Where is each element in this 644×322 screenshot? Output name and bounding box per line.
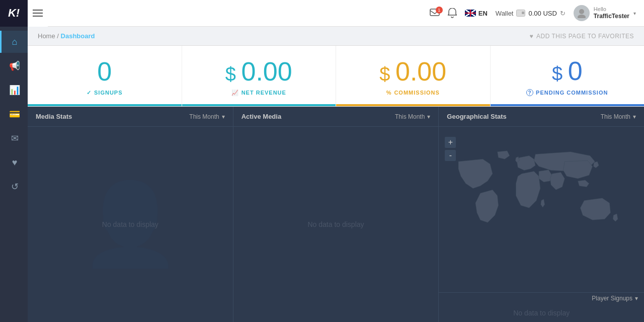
- active-filter-arrow-icon: ▾: [427, 113, 430, 120]
- trending-icon: 📈: [231, 90, 239, 96]
- wallet-area: Wallet 0.00 USD ↻: [496, 10, 566, 17]
- user-dropdown-arrow[interactable]: ▾: [633, 11, 636, 16]
- message-badge: 1: [436, 7, 443, 14]
- active-media-no-data: No data to display: [307, 220, 364, 228]
- active-media-body: No data to display: [233, 127, 439, 322]
- wallet-label: Wallet: [496, 10, 514, 17]
- svg-point-3: [579, 9, 584, 14]
- language-selector[interactable]: EN: [465, 10, 488, 17]
- messages-button[interactable]: 1: [430, 9, 440, 18]
- breadcrumb-bar: Home / Dashboard ♥ ADD THIS PAGE TO FAVO…: [28, 27, 644, 46]
- panel-media-stats: Media Stats This Month ▾ 👤 No data to di…: [28, 107, 233, 322]
- net-revenue-label: 📈 NET REVENUE: [231, 90, 286, 96]
- stat-card-pending: $ 0 ? PENDING COMMISSION: [491, 46, 645, 106]
- signups-value: 0: [97, 58, 112, 85]
- chart-icon: 📊: [9, 85, 20, 96]
- map-zoom-out-button[interactable]: -: [445, 150, 456, 161]
- map-container: + -: [439, 127, 644, 292]
- geo-stats-title: Geographical Stats: [447, 113, 506, 120]
- breadcrumb-home[interactable]: Home: [38, 32, 55, 40]
- svg-rect-2: [522, 12, 524, 14]
- panel-geo-stats: Geographical Stats This Month ▾ + -: [439, 107, 644, 322]
- active-media-title: Active Media: [242, 113, 281, 120]
- wallet-icon: [516, 10, 525, 17]
- bell-icon: [448, 8, 457, 18]
- nav-right: 1 EN Wallet 0.00 USD ↻: [430, 5, 644, 21]
- sidebar: ⌂ 📢 📊 💳 ✉ ♥ ↺: [0, 27, 28, 322]
- geo-stats-body: + -: [439, 127, 644, 322]
- net-revenue-value: $ 0.00: [225, 58, 292, 85]
- signups-divider: [28, 104, 182, 106]
- hamburger-button[interactable]: [28, 0, 48, 27]
- add-favorites-button[interactable]: ♥ ADD THIS PAGE TO FAVORITES: [529, 33, 634, 40]
- refresh-button[interactable]: ↻: [560, 10, 566, 17]
- home-icon: ⌂: [12, 37, 18, 47]
- stats-row: 0 ✓ SIGNUPS $ 0.00 📈 NET REVENUE: [28, 46, 644, 107]
- sidebar-item-favorites[interactable]: ♥: [0, 151, 28, 174]
- sidebar-item-history[interactable]: ↺: [0, 176, 28, 198]
- logo-area: K!: [0, 0, 28, 27]
- sidebar-item-stats[interactable]: 📊: [0, 79, 28, 101]
- stat-card-commissions: $ 0.00 % COMMISSIONS: [336, 46, 491, 106]
- sidebar-item-billing[interactable]: 💳: [0, 103, 28, 125]
- signups-label: ✓ SIGNUPS: [87, 90, 123, 96]
- active-media-header: Active Media This Month ▾: [233, 107, 439, 127]
- geo-stats-filter[interactable]: This Month ▾: [601, 113, 636, 120]
- world-map: [444, 147, 639, 245]
- sidebar-item-home[interactable]: ⌂: [0, 31, 28, 53]
- mail-icon: ✉: [11, 133, 19, 144]
- panel-active-media: Active Media This Month ▾ No data to dis…: [233, 107, 439, 322]
- media-stats-header: Media Stats This Month ▾: [28, 107, 233, 127]
- pending-label: ? PENDING COMMISSION: [526, 89, 608, 96]
- commissions-divider: [336, 104, 490, 106]
- active-media-filter[interactable]: This Month ▾: [395, 113, 430, 120]
- media-stats-body: 👤 No data to display: [28, 127, 233, 322]
- flag-icon: [465, 10, 476, 17]
- language-label: EN: [478, 10, 488, 17]
- geo-filter-arrow-icon: ▾: [633, 113, 636, 120]
- geo-sub-filter[interactable]: Player Signups ▾: [439, 292, 644, 304]
- wallet-amount: 0.00 USD: [528, 10, 556, 17]
- avatar: [574, 5, 590, 21]
- stat-card-signups: 0 ✓ SIGNUPS: [28, 46, 182, 106]
- history-icon: ↺: [11, 181, 19, 192]
- card-icon: 💳: [9, 109, 20, 120]
- filter-arrow-icon: ▾: [222, 113, 225, 120]
- svg-point-4: [578, 15, 586, 18]
- main-layout: ⌂ 📢 📊 💳 ✉ ♥ ↺ Home / Dashboard: [0, 27, 644, 322]
- add-favorites-label: ADD THIS PAGE TO FAVORITES: [536, 33, 634, 40]
- sidebar-item-campaigns[interactable]: 📢: [0, 55, 28, 77]
- megaphone-icon: 📢: [9, 60, 20, 71]
- notifications-button[interactable]: [448, 8, 457, 18]
- commissions-value: $ 0.00: [379, 58, 446, 85]
- sidebar-item-messages[interactable]: ✉: [0, 127, 28, 149]
- user-name-label: TrafficTester: [594, 13, 629, 21]
- breadcrumb-separator: /: [57, 32, 59, 40]
- geo-sub-filter-arrow: ▾: [635, 295, 638, 302]
- geo-no-data: No data to display: [439, 304, 644, 322]
- topnav: K! 1 EN Wallet: [0, 0, 644, 27]
- heart-icon: ♥: [12, 157, 18, 168]
- pending-divider: [491, 104, 645, 106]
- stat-card-net-revenue: $ 0.00 📈 NET REVENUE: [182, 46, 337, 106]
- media-stats-no-data: No data to display: [102, 220, 158, 228]
- question-icon: ?: [526, 89, 533, 96]
- map-zoom-in-button[interactable]: +: [445, 137, 456, 148]
- breadcrumb-current: Dashboard: [61, 32, 95, 40]
- panels-row: Media Stats This Month ▾ 👤 No data to di…: [28, 107, 644, 322]
- signups-icon: ✓: [87, 90, 92, 96]
- user-avatar-icon: [577, 8, 587, 18]
- media-stats-filter[interactable]: This Month ▾: [189, 113, 224, 120]
- user-area[interactable]: Hello TrafficTester ▾: [574, 5, 636, 21]
- content-area: Home / Dashboard ♥ ADD THIS PAGE TO FAVO…: [28, 27, 644, 322]
- heart-favorites-icon: ♥: [529, 33, 533, 40]
- breadcrumb: Home / Dashboard: [38, 32, 95, 40]
- media-stats-title: Media Stats: [36, 113, 72, 120]
- user-hello: Hello: [594, 6, 629, 13]
- logo: K!: [8, 7, 20, 20]
- pending-value: $ 0: [552, 58, 583, 84]
- net-revenue-divider: [182, 104, 336, 106]
- percent-icon: %: [386, 90, 392, 96]
- commissions-label: % COMMISSIONS: [386, 90, 440, 96]
- geo-stats-header: Geographical Stats This Month ▾: [439, 107, 644, 127]
